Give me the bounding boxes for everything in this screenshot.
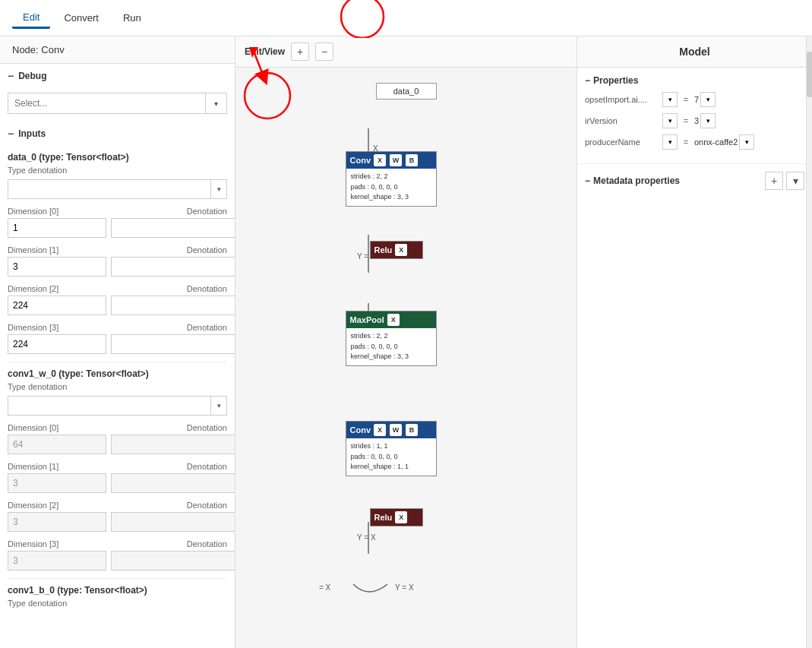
properties-header[interactable]: − Properties [585, 75, 804, 86]
node-relu1-header: Relu X [371, 242, 422, 258]
props-opset-val-select-btn[interactable]: ▾ [700, 92, 716, 107]
props-row-producername: producerName ▾ = onnx-caffe2 ▾ [585, 134, 804, 150]
node-conv1-port-w[interactable]: W [390, 154, 402, 166]
dim-value-0-3[interactable] [8, 334, 106, 354]
dim-label-0-2: Dimension [2] [8, 284, 58, 293]
denotation-label-0-1: Denotation [187, 245, 227, 254]
dim-denotation-0-1: ▾ [111, 257, 235, 277]
node-maxpool-header: MaxPool X [346, 311, 436, 328]
select-row-container: ▾ [0, 88, 235, 122]
dim-denotation-input-1-2[interactable] [111, 512, 235, 532]
dim-value-1-3[interactable] [8, 551, 106, 571]
node-relu1-port-x[interactable]: X [395, 244, 407, 256]
dim-value-0-1[interactable] [8, 257, 106, 277]
metadata-dropdown-btn[interactable]: ▾ [786, 172, 804, 190]
dim-label-0-1: Dimension [1] [8, 245, 58, 254]
node-relu2-label: Relu [374, 513, 393, 522]
node-data0[interactable]: data_0 [376, 83, 437, 100]
node-conv2-port-b[interactable]: B [406, 424, 418, 436]
dim-denotation-input-0-3[interactable] [111, 334, 235, 354]
props-row-irversion: irVersion ▾ = 3 ▾ [585, 113, 804, 128]
node-relu1-label: Relu [374, 245, 393, 254]
props-producername-key-select-btn[interactable]: ▾ [662, 134, 678, 150]
zoom-in-btn[interactable]: + [291, 43, 309, 61]
node-conv2-port-x[interactable]: X [374, 424, 386, 436]
node-conv1-port-x[interactable]: X [374, 154, 386, 166]
props-val-opset: 7 ▾ [694, 92, 716, 107]
main-layout: Node: Conv − Debug ▾ − Inputs data_0 (ty… [0, 36, 812, 648]
dim-value-1-0[interactable] [8, 435, 106, 454]
canvas-toolbar: Edit/View + − [235, 36, 577, 68]
dim-denotation-input-0-1[interactable] [111, 257, 235, 277]
node-conv2-port-w[interactable]: W [390, 424, 402, 436]
menu-item-edit[interactable]: Edit [12, 7, 50, 29]
dim-denotation-input-0-2[interactable] [111, 296, 235, 315]
props-eq-0: = [681, 95, 691, 104]
metadata-minus-icon: − [585, 175, 590, 186]
menu-item-convert[interactable]: Convert [53, 8, 109, 28]
type-denotation-arrow-1[interactable]: ▾ [210, 396, 227, 416]
type-denotation-input-1[interactable] [8, 396, 210, 416]
left-panel: Node: Conv − Debug ▾ − Inputs data_0 (ty… [0, 36, 235, 648]
dim-denotation-input-1-1[interactable] [111, 473, 235, 493]
denotation-label-0-3: Denotation [187, 323, 227, 332]
type-denotation-label-0: Type denotation [8, 166, 227, 175]
dim-row-1-3: Dimension [3] Denotation ▾ [8, 539, 227, 571]
minus-icon: − [8, 70, 14, 82]
props-key-producername-label: producerName [585, 138, 661, 147]
inputs-minus-icon: − [8, 128, 14, 140]
dim-value-1-2[interactable] [8, 512, 106, 532]
dim-value-0-0[interactable] [8, 218, 106, 238]
node-conv2-body: strides : 1, 1 pads : 0, 0, 0, 0 kernel_… [346, 438, 436, 476]
model-title: Model [577, 36, 812, 68]
type-denotation-select-0: ▾ [8, 179, 227, 199]
props-eq-2: = [681, 138, 691, 147]
dim-denotation-input-1-3[interactable] [111, 551, 235, 571]
dim-label-0-0: Dimension [0] [8, 207, 58, 216]
props-key-irversion: irVersion ▾ [585, 113, 678, 128]
node-conv1-label: Conv [350, 156, 371, 165]
dim-value-1-1[interactable] [8, 473, 106, 493]
metadata-add-btn[interactable]: + [765, 172, 783, 190]
inputs-section-header[interactable]: − Inputs [0, 122, 235, 146]
dim-value-0-2[interactable] [8, 296, 106, 315]
dim-row-1-0: Dimension [0] Denotation ▾ [8, 423, 227, 454]
node-maxpool[interactable]: MaxPool X strides : 2, 2 pads : 0, 0, 0,… [346, 311, 437, 366]
type-denotation-input-0[interactable] [8, 179, 210, 199]
metadata-controls: + ▾ [765, 172, 804, 190]
menu-item-run[interactable]: Run [112, 8, 152, 28]
canvas-toolbar-label: Edit/View [245, 46, 285, 57]
node-relu2[interactable]: Relu X [370, 508, 423, 526]
props-opset-key-select-btn[interactable]: ▾ [662, 92, 678, 107]
zoom-out-btn[interactable]: − [315, 43, 333, 61]
debug-section-header[interactable]: − Debug [0, 64, 235, 88]
select-input[interactable] [8, 93, 206, 114]
inputs-label: Inputs [18, 128, 46, 139]
dim-denotation-0-2: ▾ [111, 296, 235, 315]
node-conv2-header: Conv X W B [346, 422, 436, 438]
props-key-producername: producerName ▾ [585, 134, 678, 150]
node-maxpool-body: strides : 2, 2 pads : 0, 0, 0, 0 kernel_… [346, 328, 436, 365]
node-maxpool-port-x[interactable]: X [387, 314, 400, 326]
select-dropdown-btn[interactable]: ▾ [206, 93, 227, 114]
denotation-label-1-1: Denotation [187, 462, 227, 471]
node-relu2-port-x[interactable]: X [395, 511, 407, 523]
props-irversion-key-select-btn[interactable]: ▾ [662, 113, 678, 128]
node-conv1-port-b[interactable]: B [406, 154, 418, 166]
node-conv1[interactable]: Conv X W B strides : 2, 2 pads : 0, 0, 0… [346, 151, 437, 207]
canvas-content[interactable]: X Y = X Y = X Y = X Y = X = X Y = X [235, 68, 577, 647]
props-producername-val-select-btn[interactable]: ▾ [739, 134, 754, 150]
dim-row-0-3: Dimension [3] Denotation ▾ [8, 323, 227, 354]
node-conv2[interactable]: Conv X W B strides : 1, 1 pads : 0, 0, 0… [346, 421, 437, 476]
props-irversion-val-select-btn[interactable]: ▾ [700, 113, 716, 128]
node-relu1[interactable]: Relu X [370, 241, 423, 259]
props-val-opset-text: 7 [694, 95, 699, 104]
denotation-label-0-2: Denotation [187, 284, 227, 293]
select-input-row: ▾ [8, 93, 227, 114]
metadata-title: Metadata properties [593, 175, 680, 186]
dim-denotation-input-1-0[interactable] [111, 435, 235, 454]
dim-denotation-1-0: ▾ [111, 435, 235, 454]
dim-denotation-input-0-0[interactable] [111, 218, 235, 238]
metadata-section: − Metadata properties + ▾ [577, 163, 812, 204]
type-denotation-arrow-0[interactable]: ▾ [210, 179, 227, 199]
